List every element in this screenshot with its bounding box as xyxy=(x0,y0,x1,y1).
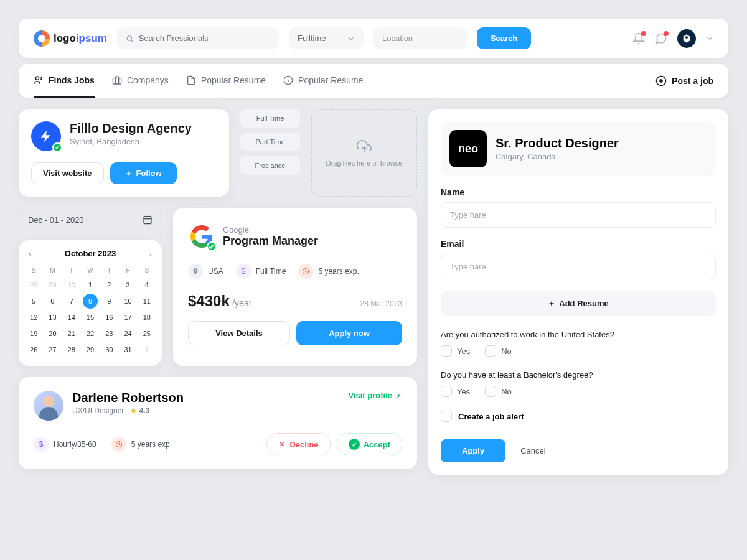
cal-day[interactable]: 31 xyxy=(119,342,136,357)
cal-day[interactable]: 12 xyxy=(25,310,42,325)
cal-day[interactable]: 30 xyxy=(100,342,118,357)
cal-day[interactable]: 20 xyxy=(44,326,61,341)
post-job-button[interactable]: Post a job xyxy=(655,75,713,86)
location-icon xyxy=(188,264,203,279)
job-alert-checkbox[interactable]: Create a job alert xyxy=(441,411,716,422)
visit-website-button[interactable]: Visit website xyxy=(31,162,104,184)
cal-prev-button[interactable]: ‹ xyxy=(29,250,31,258)
cal-day[interactable]: 11 xyxy=(138,294,156,309)
cal-day[interactable]: 24 xyxy=(119,326,136,341)
visit-profile-link[interactable]: Visit profile xyxy=(348,391,402,400)
cal-day-prev[interactable]: 30 xyxy=(63,278,80,292)
apply-form-card: neo Sr. Product Designer Calgary, Canada… xyxy=(428,109,728,475)
cal-day[interactable]: 18 xyxy=(138,310,156,325)
chip-fulltime[interactable]: Full Time xyxy=(240,109,300,128)
q1-yes-option[interactable]: Yes xyxy=(441,345,470,357)
cal-dow: S xyxy=(25,264,42,276)
q2-no-option[interactable]: No xyxy=(485,386,512,397)
notification-dot-icon xyxy=(641,31,646,36)
follow-button[interactable]: Follow xyxy=(110,162,177,184)
email-label: Email xyxy=(441,239,716,249)
cal-day[interactable]: 2 xyxy=(100,278,118,292)
cal-day[interactable]: 17 xyxy=(119,310,136,325)
job-experience: 5 years exp. xyxy=(298,264,359,279)
nav-popular-resume-2[interactable]: Popular Resume xyxy=(283,64,363,98)
nav-label: Companys xyxy=(127,75,169,85)
file-dropzone[interactable]: Drag files here or browse xyxy=(311,109,417,197)
checkbox-icon xyxy=(441,411,452,422)
search-button[interactable]: Search xyxy=(477,27,531,49)
cal-day[interactable]: 6 xyxy=(44,294,61,309)
cal-day-prev[interactable]: 28 xyxy=(25,278,42,292)
checkbox-icon xyxy=(441,386,452,397)
checkbox-icon xyxy=(441,345,452,357)
job-posting-location: Calgary, Canada xyxy=(496,152,619,161)
cal-day[interactable]: 9 xyxy=(100,294,118,309)
cal-day[interactable]: 3 xyxy=(119,278,136,292)
view-details-button[interactable]: View Details xyxy=(188,321,290,345)
nav-companys[interactable]: Companys xyxy=(112,64,169,98)
users-icon xyxy=(34,75,44,85)
q1-no-option[interactable]: No xyxy=(485,345,512,357)
cancel-button[interactable]: Cancel xyxy=(520,446,545,455)
svg-rect-3 xyxy=(113,78,121,84)
cal-dow: T xyxy=(100,264,118,276)
cal-day-next[interactable]: 1 xyxy=(138,342,156,357)
cal-day[interactable]: 28 xyxy=(63,342,80,357)
nav-popular-resume-1[interactable]: Popular Resume xyxy=(186,64,266,98)
job-type-select[interactable]: Fulltime xyxy=(289,27,364,49)
messages-button[interactable] xyxy=(655,32,667,45)
chevron-right-icon xyxy=(395,392,402,399)
submit-apply-button[interactable]: Apply xyxy=(441,439,505,462)
search-field[interactable] xyxy=(117,27,279,49)
notifications-button[interactable] xyxy=(632,32,645,45)
cal-day[interactable]: 21 xyxy=(63,326,80,341)
cal-day[interactable]: 26 xyxy=(25,342,42,357)
cal-day[interactable]: 10 xyxy=(119,294,136,309)
star-icon: ★ xyxy=(130,406,137,415)
chevron-down-icon[interactable] xyxy=(706,35,713,42)
cal-day[interactable]: 7 xyxy=(63,294,80,309)
cal-day[interactable]: 14 xyxy=(63,310,80,325)
cal-month-title: October 2023 xyxy=(65,249,116,258)
cal-day[interactable]: 19 xyxy=(25,326,42,341)
cal-day[interactable]: 27 xyxy=(44,342,61,357)
select-value: Fulltime xyxy=(298,34,326,43)
location-input[interactable]: Location xyxy=(374,27,467,49)
cal-day[interactable]: 16 xyxy=(100,310,118,325)
name-input[interactable] xyxy=(441,202,716,228)
job-card: Google Program Manager USA $ Full Time xyxy=(173,208,417,366)
cal-day[interactable]: 13 xyxy=(44,310,61,325)
date-input[interactable]: Dec - 01 - 2020 xyxy=(19,208,162,231)
q2-yes-option[interactable]: Yes xyxy=(441,386,470,397)
search-input[interactable] xyxy=(139,34,270,43)
logo-mark-icon xyxy=(34,30,50,47)
apply-now-button[interactable]: Apply now xyxy=(296,321,402,345)
cal-day[interactable]: 8 xyxy=(83,294,98,309)
job-type-chips: Full Time Part Time Freelance xyxy=(240,109,300,197)
chip-parttime[interactable]: Part Time xyxy=(240,133,300,151)
logo[interactable]: logoipsum xyxy=(34,30,107,47)
accept-button[interactable]: ✓ Accept xyxy=(337,433,402,455)
cal-day-prev[interactable]: 29 xyxy=(44,278,61,292)
user-menu[interactable] xyxy=(677,29,696,48)
cal-next-button[interactable]: › xyxy=(149,250,152,258)
nav-finds-jobs[interactable]: Finds Jobs xyxy=(34,64,95,98)
email-input[interactable] xyxy=(441,254,716,279)
logo-text-2: ipsum xyxy=(76,32,107,44)
cal-day[interactable]: 29 xyxy=(82,342,99,357)
date-value: Dec - 01 - 2020 xyxy=(28,215,84,225)
cal-day[interactable]: 5 xyxy=(25,294,42,309)
cal-day[interactable]: 23 xyxy=(100,326,118,341)
calendar-icon xyxy=(143,215,153,225)
cal-day[interactable]: 1 xyxy=(82,278,99,292)
nav-label: Popular Resume xyxy=(298,75,363,85)
cal-day[interactable]: 15 xyxy=(82,310,99,325)
cal-day[interactable]: 4 xyxy=(138,278,156,292)
decline-button[interactable]: Decline xyxy=(266,433,330,455)
chip-freelance[interactable]: Freelance xyxy=(240,156,300,175)
search-icon xyxy=(126,34,134,43)
cal-day[interactable]: 25 xyxy=(138,326,156,341)
cal-day[interactable]: 22 xyxy=(82,326,99,341)
add-resume-button[interactable]: Add Resume xyxy=(441,291,716,316)
